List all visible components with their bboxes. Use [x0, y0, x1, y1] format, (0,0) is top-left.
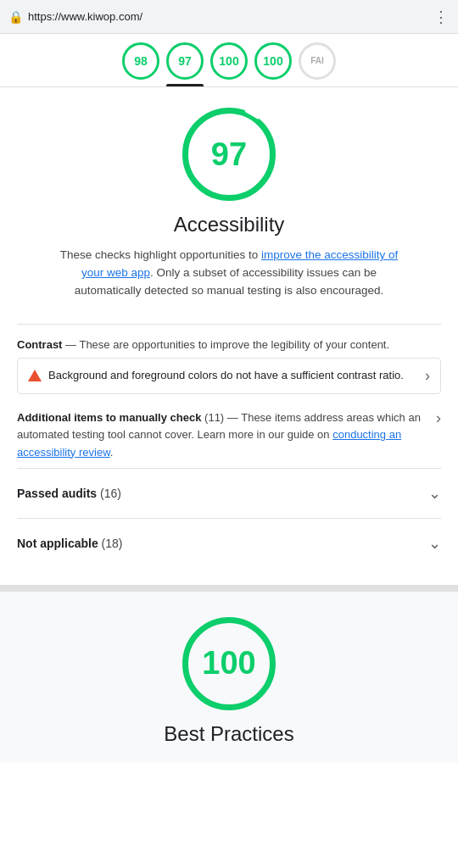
not-applicable-label: Not applicable (18) — [17, 537, 122, 550]
not-applicable-label-text: Not applicable — [17, 537, 98, 550]
best-practices-score-circle-big: 100 — [182, 617, 276, 710]
best-practices-score-value: 100 — [202, 645, 255, 682]
divider-1 — [17, 324, 441, 325]
not-applicable-count: (18) — [102, 537, 123, 550]
audit-chevron-icon: › — [425, 367, 430, 385]
contrast-section-label: Contrast — These are opportunities to im… — [17, 337, 441, 353]
tab-accessibility[interactable]: 97 — [166, 42, 204, 86]
performance-score-circle: 98 — [122, 42, 159, 80]
additional-label: Additional items to manually check — [17, 411, 201, 424]
browser-bar: 🔒 https://www.kiwop.com/ ⋮ — [0, 0, 458, 34]
score-tabs-row: 98 97 100 100 FAI — [0, 34, 458, 87]
accessibility-score-section: 97 Accessibility These checks highlight … — [17, 87, 441, 314]
url-bar[interactable]: https://www.kiwop.com/ — [28, 10, 433, 23]
not-applicable-section[interactable]: Not applicable (18) ⌄ — [17, 518, 441, 568]
accessibility-title: Accessibility — [174, 213, 285, 236]
passed-audits-label: Passed audits (16) — [17, 487, 121, 500]
best-practices-title: Best Practices — [164, 722, 293, 746]
description-before: These checks highlight opportunities to — [60, 248, 261, 261]
not-applicable-chevron-icon: ⌄ — [428, 534, 441, 553]
passed-label-text: Passed audits — [17, 487, 97, 500]
warning-triangle-icon — [28, 370, 42, 381]
accessibility-score-circle: 97 — [166, 42, 204, 80]
tab-performance[interactable]: 98 — [122, 42, 159, 86]
additional-items-header[interactable]: Additional items to manually check (11) … — [17, 409, 441, 460]
main-content: 97 Accessibility These checks highlight … — [0, 87, 458, 585]
more-options-icon[interactable]: ⋮ — [433, 8, 450, 26]
passed-audits-section[interactable]: Passed audits (16) ⌄ — [17, 468, 441, 518]
additional-chevron-icon: › — [436, 409, 441, 427]
seo-score-circle: 100 — [254, 42, 292, 80]
audit-item-content: Background and foreground colors do not … — [28, 367, 420, 384]
best-practices-score-circle: 100 — [210, 42, 248, 80]
tab-best-practices[interactable]: 100 — [210, 42, 248, 86]
tab-seo[interactable]: 100 — [254, 42, 292, 86]
pwa-score-circle: FAI — [299, 42, 336, 80]
passed-count: (16) — [100, 487, 121, 500]
additional-items-text: Additional items to manually check (11) … — [17, 409, 431, 460]
additional-count: (11) — [204, 411, 224, 424]
audit-item-label: Background and foreground colors do not … — [48, 367, 404, 384]
additional-items-section: Additional items to manually check (11) … — [17, 409, 441, 460]
big-score-value: 97 — [211, 136, 247, 173]
tab-pwa[interactable]: FAI — [299, 42, 336, 86]
contrast-label-bold: Contrast — [17, 338, 62, 351]
additional-desc-after: . — [110, 446, 114, 459]
big-score-circle: 97 — [182, 108, 276, 201]
accessibility-description: These checks highlight opportunities to … — [51, 247, 407, 300]
passed-chevron-icon: ⌄ — [428, 484, 441, 503]
contrast-desc-text: — These are opportunities to improve the… — [62, 338, 389, 351]
audit-item-contrast[interactable]: Background and foreground colors do not … — [17, 358, 441, 394]
best-practices-section: 100 Best Practices — [0, 585, 458, 763]
lock-icon: 🔒 — [8, 10, 23, 24]
